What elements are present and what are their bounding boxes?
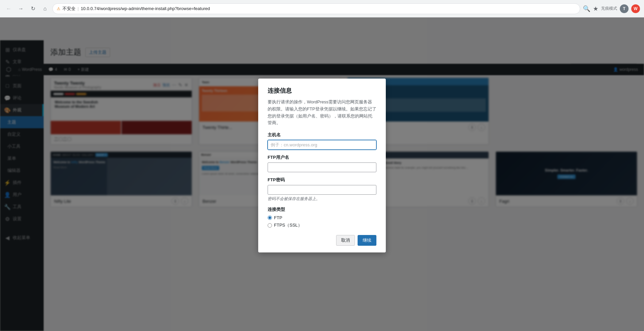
modal-title: 连接信息 [268,87,376,95]
reload-button[interactable]: ↻ [28,4,38,13]
modal-footer: 取消 继续 [268,235,376,246]
radio-ftps[interactable]: FTPS（SSL） [268,222,376,228]
search-icon[interactable]: 🔍 [583,5,590,12]
ftp-user-input[interactable] [268,162,376,172]
radio-group: FTP FTPS（SSL） [268,215,376,228]
host-label: 主机名 [268,132,376,138]
ftp-password-form-group: FTP密码 密码不会被保存在服务器上。 [268,177,376,202]
password-hint: 密码不会被保存在服务器上。 [268,196,376,202]
radio-ftp-input[interactable] [268,216,272,220]
radio-ftp[interactable]: FTP [268,215,376,220]
ftp-password-input[interactable] [268,185,376,195]
browser-chrome: ← → ↻ ⌂ ⚠ 不安全 | 10.0.0.74/wordpress/wp-a… [0,0,644,17]
ftp-user-form-group: FTP用户名 [268,154,376,172]
radio-ftps-label: FTPS（SSL） [274,222,302,228]
submit-button[interactable]: 继续 [358,235,376,246]
ftp-user-label: FTP用户名 [268,154,376,160]
incognito-label: 无痕模式 [601,6,617,11]
user-avatar-1[interactable]: T [620,4,629,13]
modal-description: 要执行请求的操作，WordPress需要访问您网页服务器的权限。请输入您的FTP… [268,99,376,127]
address-bar[interactable]: ⚠ 不安全 | 10.0.0.74/wordpress/wp-admin/the… [52,3,580,14]
cancel-button[interactable]: 取消 [336,235,355,246]
bookmark-icon[interactable]: ★ [593,5,598,12]
host-input[interactable] [268,140,376,150]
connection-type-label: 连接类型 [268,206,376,212]
user-avatar-2[interactable]: W [631,4,640,13]
host-form-group: 主机名 [268,132,376,150]
ftp-password-label: FTP密码 [268,177,376,183]
security-label: 不安全 [62,6,76,12]
connection-type-group: 连接类型 FTP FTPS（SSL） [268,206,376,228]
radio-ftp-label: FTP [274,215,282,220]
radio-ftps-input[interactable] [268,223,272,228]
forward-button[interactable]: → [16,4,26,13]
url-text: 10.0.0.74/wordpress/wp-admin/theme-insta… [81,6,210,11]
modal-overlay: 连接信息 要执行请求的操作，WordPress需要访问您网页服务器的权限。请输入… [0,0,644,331]
connection-modal: 连接信息 要执行请求的操作，WordPress需要访问您网页服务器的权限。请输入… [258,79,386,252]
security-icon: ⚠ [57,6,60,11]
back-button[interactable]: ← [4,4,13,13]
home-button[interactable]: ⌂ [40,4,50,13]
